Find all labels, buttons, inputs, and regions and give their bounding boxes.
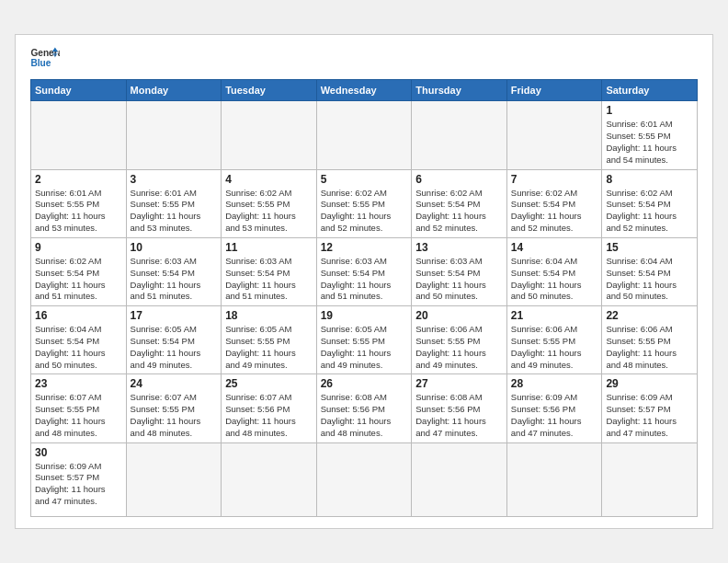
svg-text:Blue: Blue xyxy=(30,58,51,68)
calendar-cell: 19Sunrise: 6:05 AMSunset: 5:55 PMDayligh… xyxy=(316,306,412,374)
day-info: Sunrise: 6:04 AMSunset: 5:54 PMDaylight:… xyxy=(606,256,693,303)
day-info: Sunrise: 6:09 AMSunset: 5:57 PMDaylight:… xyxy=(606,392,693,439)
day-info: Sunrise: 6:03 AMSunset: 5:54 PMDaylight:… xyxy=(321,256,408,303)
calendar-cell xyxy=(126,442,222,516)
weekday-header-saturday: Saturday xyxy=(602,80,698,101)
calendar-cell: 27Sunrise: 6:08 AMSunset: 5:56 PMDayligh… xyxy=(412,374,507,442)
calendar-cell xyxy=(412,442,507,516)
day-number: 27 xyxy=(415,377,503,390)
day-number: 12 xyxy=(321,241,408,254)
calendar-cell: 12Sunrise: 6:03 AMSunset: 5:54 PMDayligh… xyxy=(316,237,412,305)
calendar-cell: 16Sunrise: 6:04 AMSunset: 5:54 PMDayligh… xyxy=(31,306,127,374)
day-number: 1 xyxy=(606,104,693,117)
calendar-cell: 15Sunrise: 6:04 AMSunset: 5:54 PMDayligh… xyxy=(602,237,698,305)
calendar-cell xyxy=(316,101,412,169)
day-info: Sunrise: 6:02 AMSunset: 5:54 PMDaylight:… xyxy=(511,188,598,235)
day-number: 18 xyxy=(225,309,313,322)
day-info: Sunrise: 6:02 AMSunset: 5:55 PMDaylight:… xyxy=(321,188,408,235)
calendar-cell xyxy=(31,101,127,169)
calendar-table: SundayMondayTuesdayWednesdayThursdayFrid… xyxy=(30,79,698,516)
calendar-container: General Blue SundayMondayTuesdayWednesda… xyxy=(15,34,713,528)
calendar-header: General Blue xyxy=(30,46,698,72)
day-info: Sunrise: 6:08 AMSunset: 5:56 PMDaylight:… xyxy=(321,392,408,439)
day-number: 10 xyxy=(131,241,218,254)
day-number: 3 xyxy=(131,173,218,186)
day-number: 6 xyxy=(415,173,503,186)
day-number: 5 xyxy=(321,173,408,186)
day-number: 14 xyxy=(511,241,598,254)
day-info: Sunrise: 6:05 AMSunset: 5:54 PMDaylight:… xyxy=(131,324,218,371)
calendar-cell: 1Sunrise: 6:01 AMSunset: 5:55 PMDaylight… xyxy=(602,101,698,169)
calendar-cell: 2Sunrise: 6:01 AMSunset: 5:55 PMDaylight… xyxy=(31,169,127,237)
calendar-cell xyxy=(316,442,412,516)
calendar-cell: 10Sunrise: 6:03 AMSunset: 5:54 PMDayligh… xyxy=(126,237,222,305)
calendar-cell xyxy=(126,101,222,169)
weekday-header-thursday: Thursday xyxy=(412,80,507,101)
day-number: 25 xyxy=(225,377,313,390)
day-number: 28 xyxy=(511,377,598,390)
calendar-cell: 13Sunrise: 6:03 AMSunset: 5:54 PMDayligh… xyxy=(412,237,507,305)
calendar-cell: 14Sunrise: 6:04 AMSunset: 5:54 PMDayligh… xyxy=(506,237,602,305)
calendar-cell: 21Sunrise: 6:06 AMSunset: 5:55 PMDayligh… xyxy=(506,306,602,374)
weekday-header-sunday: Sunday xyxy=(31,80,127,101)
day-number: 2 xyxy=(35,173,122,186)
day-info: Sunrise: 6:03 AMSunset: 5:54 PMDaylight:… xyxy=(131,256,218,303)
calendar-cell xyxy=(222,442,317,516)
day-info: Sunrise: 6:03 AMSunset: 5:54 PMDaylight:… xyxy=(225,256,313,303)
day-info: Sunrise: 6:08 AMSunset: 5:56 PMDaylight:… xyxy=(415,392,503,439)
logo-icon: General Blue xyxy=(30,46,60,72)
day-info: Sunrise: 6:02 AMSunset: 5:54 PMDaylight:… xyxy=(415,188,503,235)
day-info: Sunrise: 6:01 AMSunset: 5:55 PMDaylight:… xyxy=(131,188,218,235)
day-number: 20 xyxy=(415,309,503,322)
day-info: Sunrise: 6:01 AMSunset: 5:55 PMDaylight:… xyxy=(606,119,693,166)
calendar-cell: 6Sunrise: 6:02 AMSunset: 5:54 PMDaylight… xyxy=(412,169,507,237)
calendar-cell: 30Sunrise: 6:09 AMSunset: 5:57 PMDayligh… xyxy=(31,442,127,516)
day-info: Sunrise: 6:09 AMSunset: 5:57 PMDaylight:… xyxy=(35,461,122,508)
day-number: 24 xyxy=(131,377,218,390)
calendar-cell xyxy=(602,442,698,516)
weekday-header-wednesday: Wednesday xyxy=(316,80,412,101)
day-number: 30 xyxy=(35,446,122,459)
calendar-cell: 3Sunrise: 6:01 AMSunset: 5:55 PMDaylight… xyxy=(126,169,222,237)
day-number: 23 xyxy=(35,377,122,390)
day-info: Sunrise: 6:05 AMSunset: 5:55 PMDaylight:… xyxy=(225,324,313,371)
day-number: 15 xyxy=(606,241,693,254)
day-info: Sunrise: 6:06 AMSunset: 5:55 PMDaylight:… xyxy=(415,324,503,371)
day-number: 17 xyxy=(131,309,218,322)
weekday-header-friday: Friday xyxy=(506,80,602,101)
day-info: Sunrise: 6:04 AMSunset: 5:54 PMDaylight:… xyxy=(511,256,598,303)
calendar-cell xyxy=(506,101,602,169)
day-number: 21 xyxy=(511,309,598,322)
day-number: 29 xyxy=(606,377,693,390)
day-info: Sunrise: 6:05 AMSunset: 5:55 PMDaylight:… xyxy=(321,324,408,371)
day-info: Sunrise: 6:01 AMSunset: 5:55 PMDaylight:… xyxy=(35,188,122,235)
calendar-cell: 5Sunrise: 6:02 AMSunset: 5:55 PMDaylight… xyxy=(316,169,412,237)
calendar-cell: 9Sunrise: 6:02 AMSunset: 5:54 PMDaylight… xyxy=(31,237,127,305)
day-info: Sunrise: 6:06 AMSunset: 5:55 PMDaylight:… xyxy=(606,324,693,371)
day-number: 19 xyxy=(321,309,408,322)
calendar-cell: 7Sunrise: 6:02 AMSunset: 5:54 PMDaylight… xyxy=(506,169,602,237)
day-info: Sunrise: 6:04 AMSunset: 5:54 PMDaylight:… xyxy=(35,324,122,371)
logo: General Blue xyxy=(30,46,60,72)
calendar-cell: 24Sunrise: 6:07 AMSunset: 5:55 PMDayligh… xyxy=(126,374,222,442)
day-info: Sunrise: 6:03 AMSunset: 5:54 PMDaylight:… xyxy=(415,256,503,303)
weekday-header-tuesday: Tuesday xyxy=(222,80,317,101)
day-info: Sunrise: 6:02 AMSunset: 5:55 PMDaylight:… xyxy=(225,188,313,235)
day-number: 9 xyxy=(35,241,122,254)
day-number: 16 xyxy=(35,309,122,322)
day-number: 26 xyxy=(321,377,408,390)
day-info: Sunrise: 6:07 AMSunset: 5:55 PMDaylight:… xyxy=(131,392,218,439)
day-number: 13 xyxy=(415,241,503,254)
calendar-cell: 11Sunrise: 6:03 AMSunset: 5:54 PMDayligh… xyxy=(222,237,317,305)
calendar-cell: 8Sunrise: 6:02 AMSunset: 5:54 PMDaylight… xyxy=(602,169,698,237)
day-number: 7 xyxy=(511,173,598,186)
day-info: Sunrise: 6:07 AMSunset: 5:55 PMDaylight:… xyxy=(35,392,122,439)
calendar-cell: 18Sunrise: 6:05 AMSunset: 5:55 PMDayligh… xyxy=(222,306,317,374)
calendar-cell xyxy=(222,101,317,169)
calendar-cell: 28Sunrise: 6:09 AMSunset: 5:56 PMDayligh… xyxy=(506,374,602,442)
calendar-cell: 29Sunrise: 6:09 AMSunset: 5:57 PMDayligh… xyxy=(602,374,698,442)
calendar-cell: 26Sunrise: 6:08 AMSunset: 5:56 PMDayligh… xyxy=(316,374,412,442)
day-number: 22 xyxy=(606,309,693,322)
calendar-cell: 22Sunrise: 6:06 AMSunset: 5:55 PMDayligh… xyxy=(602,306,698,374)
day-info: Sunrise: 6:06 AMSunset: 5:55 PMDaylight:… xyxy=(511,324,598,371)
